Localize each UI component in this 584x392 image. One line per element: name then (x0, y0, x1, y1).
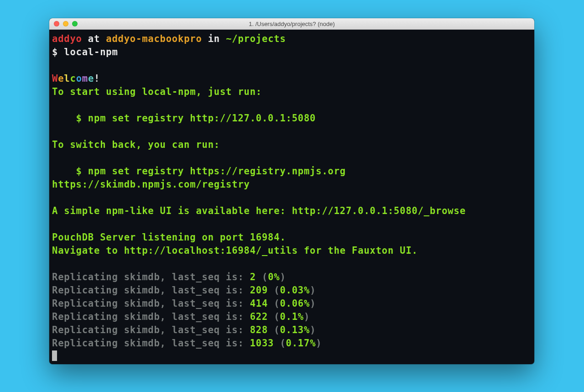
welcome-letter: e (58, 73, 64, 84)
replication-row: Replicating skimdb, last_seq is: 414 (0.… (52, 298, 316, 309)
replication-row: Replicating skimdb, last_seq is: 828 (0.… (52, 324, 316, 335)
paren-open: ( (274, 285, 280, 296)
paren-open: ( (274, 324, 280, 335)
cursor-icon (52, 350, 57, 361)
welcome-banner: Welcome! (52, 73, 100, 84)
replication-pct: 0.13% (280, 324, 310, 335)
replication-prefix: Replicating skimdb, last_seq is: (52, 311, 250, 322)
paren-open: ( (262, 272, 268, 282)
welcome-letter: c (70, 73, 76, 84)
paren-close: ) (280, 272, 286, 282)
replication-prefix: Replicating skimdb, last_seq is: (52, 272, 250, 282)
zoom-icon[interactable] (72, 21, 78, 26)
ui-line: A simple npm-like UI is available here: … (52, 205, 466, 216)
close-icon[interactable] (54, 21, 59, 26)
replication-pct: 0.17% (286, 338, 316, 349)
replication-seq: 828 (250, 324, 268, 335)
terminal-body[interactable]: addyo at addyo-macbookpro in ~/projects … (49, 30, 534, 364)
paren-close: ) (310, 324, 316, 335)
paren-close: ) (310, 285, 316, 296)
replication-pct: 0% (268, 272, 280, 282)
prompt-in: in (202, 33, 226, 44)
replication-log: Replicating skimdb, last_seq is: 2 (0%) … (52, 272, 322, 349)
replication-prefix: Replicating skimdb, last_seq is: (52, 338, 250, 349)
pouch-line: PouchDB Server listening on port 16984. (52, 232, 286, 243)
welcome-letter: e (88, 73, 94, 84)
replication-pct: 0.03% (280, 285, 310, 296)
minimize-icon[interactable] (63, 21, 68, 26)
welcome-letter: W (52, 73, 58, 84)
replication-seq: 2 (250, 272, 256, 282)
paren-open: ( (274, 298, 280, 309)
prompt-at: at (82, 33, 106, 44)
terminal-window: 1. /Users/addyo/projects? (node) addyo a… (49, 18, 534, 364)
welcome-letter: l (64, 73, 70, 84)
welcome-letter: m (82, 73, 88, 84)
paren-open: ( (274, 311, 280, 322)
prompt-dollar: $ (52, 47, 64, 57)
replication-prefix: Replicating skimdb, last_seq is: (52, 324, 250, 335)
replication-prefix: Replicating skimdb, last_seq is: (52, 298, 250, 309)
prompt-host: addyo-macbookpro (106, 33, 202, 44)
replication-seq: 209 (250, 285, 268, 296)
replication-pct: 0.06% (280, 298, 310, 309)
paren-close: ) (304, 311, 310, 322)
replication-row: Replicating skimdb, last_seq is: 209 (0.… (52, 285, 316, 296)
traffic-lights (54, 21, 78, 26)
replication-pct: 0.1% (280, 311, 304, 322)
fauxton-line: Navigate to http://localhost:16984/_util… (52, 245, 418, 256)
replication-row: Replicating skimdb, last_seq is: 2 (0%) (52, 272, 286, 282)
titlebar[interactable]: 1. /Users/addyo/projects? (node) (49, 18, 534, 30)
cmd-set-local: $ npm set registry http://127.0.0.1:5080 (52, 113, 316, 124)
replication-seq: 414 (250, 298, 268, 309)
skimdb-url: https://skimdb.npmjs.com/registry (52, 179, 250, 190)
prompt-path: ~/projects (226, 33, 286, 44)
replication-prefix: Replicating skimdb, last_seq is: (52, 285, 250, 296)
replication-seq: 622 (250, 311, 268, 322)
welcome-letter: o (76, 73, 82, 84)
cmd-set-default: $ npm set registry https://registry.npmj… (52, 166, 346, 177)
line-switch: To switch back, you can run: (52, 139, 220, 150)
replication-seq: 1033 (250, 338, 274, 349)
welcome-letter: ! (94, 73, 100, 84)
prompt-command: local-npm (64, 47, 118, 57)
prompt-user: addyo (52, 33, 82, 44)
replication-row: Replicating skimdb, last_seq is: 622 (0.… (52, 311, 310, 322)
replication-row: Replicating skimdb, last_seq is: 1033 (0… (52, 338, 322, 349)
paren-close: ) (310, 298, 316, 309)
window-title: 1. /Users/addyo/projects? (node) (49, 21, 534, 27)
paren-open: ( (280, 338, 286, 349)
paren-close: ) (316, 338, 322, 349)
line-start: To start using local-npm, just run: (52, 86, 262, 97)
